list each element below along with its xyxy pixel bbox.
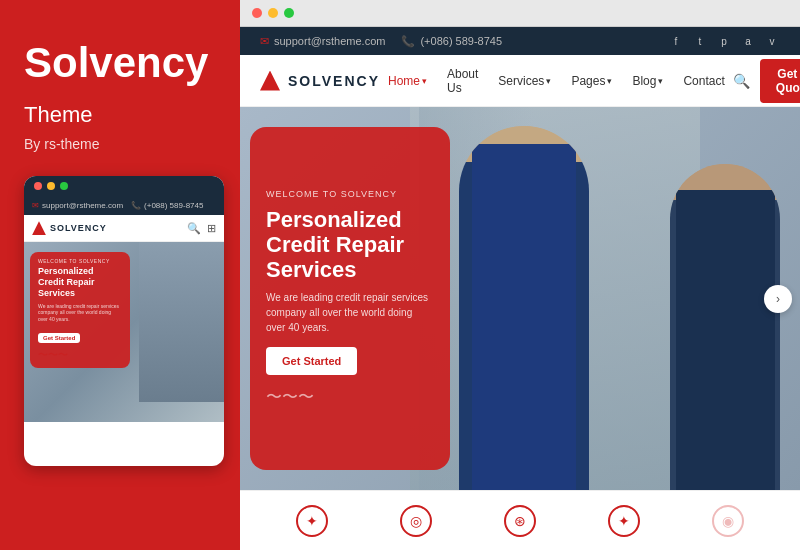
brand-title: Solvency	[24, 40, 216, 86]
mobile-navbar: SOLVENCY 🔍 ⊞	[24, 215, 224, 242]
person1-body	[472, 144, 576, 490]
brand-subtitle: Theme	[24, 102, 216, 128]
site-logo-icon	[260, 71, 280, 91]
hero-people-area	[419, 107, 800, 490]
mobile-hero: WELCOME TO SOLVENCY Personalized Credit …	[24, 242, 224, 422]
mobile-grid-icon[interactable]: ⊞	[207, 222, 216, 235]
site-navbar: SOLVENCY Home ▾ About Us Services ▾ Page…	[240, 55, 800, 107]
bottom-icon-circle-4: ✦	[608, 505, 640, 537]
right-panel: ✉ support@rstheme.com 📞 (+086) 589-8745 …	[240, 0, 800, 550]
mobile-hero-person	[139, 242, 224, 402]
bottom-icon-circle-2: ◎	[400, 505, 432, 537]
mobile-hero-card: WELCOME TO SOLVENCY Personalized Credit …	[30, 252, 130, 368]
mobile-chrome-bar	[24, 176, 224, 196]
hero-person-2	[670, 164, 780, 490]
mobile-logo: SOLVENCY	[32, 221, 107, 235]
mobile-cta-button[interactable]: Get Started	[38, 333, 80, 343]
get-quote-button[interactable]: Get A Quote	[760, 59, 800, 103]
mobile-logo-icon	[32, 221, 46, 235]
hero-wave-decoration: 〜〜〜	[266, 387, 434, 408]
browser-dot-green	[284, 8, 294, 18]
site-nav-actions: 🔍 Get A Quote	[733, 59, 800, 103]
blog-arrow: ▾	[658, 76, 663, 86]
hero-person-1	[459, 126, 589, 490]
mobile-search-icon[interactable]: 🔍	[187, 222, 201, 235]
brand-byline: By rs-theme	[24, 136, 216, 152]
nav-blog[interactable]: Blog ▾	[624, 68, 671, 94]
phone-icon: 📞	[131, 201, 141, 210]
site-nav-links: Home ▾ About Us Services ▾ Pages ▾ Blog …	[380, 61, 733, 101]
bottom-icon-1: ✦	[296, 505, 328, 537]
browser-chrome	[240, 0, 800, 27]
hero-next-arrow[interactable]: ›	[764, 285, 792, 313]
bottom-icon-4: ✦	[608, 505, 640, 537]
bottom-icon-2: ◎	[400, 505, 432, 537]
mobile-phone: 📞 (+088) 589-8745	[131, 201, 203, 210]
bottom-icon-3: ⊛	[504, 505, 536, 537]
browser-dot-yellow	[268, 8, 278, 18]
mobile-dot-green	[60, 182, 68, 190]
site-bottom-strip: ✦ ◎ ⊛ ✦ ◉	[240, 490, 800, 550]
site-email-contact: ✉ support@rstheme.com	[260, 35, 385, 48]
site-hero: WELCOME TO SOLVENCY Personalized Credit …	[240, 107, 800, 490]
hero-cta-button[interactable]: Get Started	[266, 347, 357, 375]
vimeo-icon[interactable]: v	[764, 33, 780, 49]
twitter-icon[interactable]: t	[692, 33, 708, 49]
home-arrow: ▾	[422, 76, 427, 86]
bottom-icon-circle-5: ◉	[712, 505, 744, 537]
nav-home[interactable]: Home ▾	[380, 68, 435, 94]
site-logo: SOLVENCY	[260, 71, 380, 91]
bottom-icon-circle-1: ✦	[296, 505, 328, 537]
mobile-contact-bar: ✉ support@rstheme.com 📞 (+088) 589-8745	[24, 196, 224, 215]
facebook-icon[interactable]: f	[668, 33, 684, 49]
mobile-nav-icons: 🔍 ⊞	[187, 222, 216, 235]
mobile-email: ✉ support@rstheme.com	[32, 201, 123, 210]
mobile-mockup: ✉ support@rstheme.com 📞 (+088) 589-8745 …	[24, 176, 224, 466]
website-content: ✉ support@rstheme.com 📞 (+086) 589-8745 …	[240, 27, 800, 550]
services-arrow: ▾	[546, 76, 551, 86]
site-search-button[interactable]: 🔍	[733, 73, 750, 89]
left-panel: Solvency Theme By rs-theme ✉ support@rst…	[0, 0, 240, 550]
pinterest-icon[interactable]: p	[716, 33, 732, 49]
bottom-icon-5: ◉	[712, 505, 744, 537]
nav-about[interactable]: About Us	[439, 61, 486, 101]
mobile-dot-yellow	[47, 182, 55, 190]
mobile-wave-decoration: 〜〜〜	[38, 348, 122, 362]
site-contact-info: ✉ support@rstheme.com 📞 (+086) 589-8745	[260, 35, 502, 48]
site-email-icon: ✉	[260, 35, 269, 48]
nav-services[interactable]: Services ▾	[490, 68, 559, 94]
person2-body	[676, 190, 775, 490]
nav-pages[interactable]: Pages ▾	[563, 68, 620, 94]
nav-contact[interactable]: Contact	[675, 68, 732, 94]
bottom-icon-circle-3: ⊛	[504, 505, 536, 537]
mobile-dot-red	[34, 182, 42, 190]
pages-arrow: ▾	[607, 76, 612, 86]
site-phone-icon: 📞	[401, 35, 415, 48]
hero-content-card: WELCOME TO SOLVENCY Personalized Credit …	[250, 127, 450, 470]
site-social-icons: f t p a v	[668, 33, 780, 49]
site-topbar: ✉ support@rstheme.com 📞 (+086) 589-8745 …	[240, 27, 800, 55]
site-phone-contact: 📞 (+086) 589-8745	[401, 35, 502, 48]
instagram-icon[interactable]: a	[740, 33, 756, 49]
email-icon: ✉	[32, 201, 39, 210]
browser-dot-red	[252, 8, 262, 18]
